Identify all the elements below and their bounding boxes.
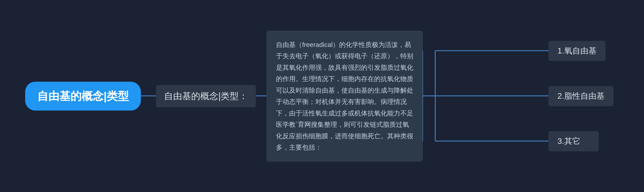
branch-node-1[interactable]: 1.氧自由基 <box>548 41 606 61</box>
branch-3-label: 3.其它 <box>557 137 580 146</box>
branch-node-3[interactable]: 3.其它 <box>548 131 599 151</box>
root-label: 自由基的概念|类型 <box>37 90 129 102</box>
sub1-node[interactable]: 自由基的概念|类型： <box>156 85 256 107</box>
mind-map-container: 自由基的概念|类型 自由基的概念|类型： 自由基（freeradical）的化学… <box>0 0 644 192</box>
description-text: 自由基（freeradical）的化学性质极为活泼，易于失去电子（氧化）或获得电… <box>276 41 413 151</box>
sub1-label: 自由基的概念|类型： <box>164 91 248 101</box>
root-node[interactable]: 自由基的概念|类型 <box>25 82 141 110</box>
branch-2-label: 2.脂性自由基 <box>557 91 605 100</box>
branch-1-label: 1.氧自由基 <box>557 46 596 55</box>
description-node: 自由基（freeradical）的化学性质极为活泼，易于失去电子（氧化）或获得电… <box>267 31 423 161</box>
branch-node-2[interactable]: 2.脂性自由基 <box>548 86 614 106</box>
